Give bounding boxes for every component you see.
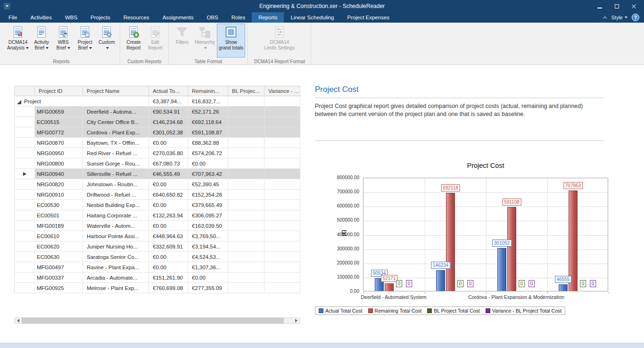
activity-brief-button[interactable]: ActivityBrief xyxy=(31,24,52,58)
table-row-ec00630[interactable]: EC00630Saratoga Senior Co...€0.00€4,524,… xyxy=(15,252,300,262)
actual-total-cost-cell: €90,534.91 xyxy=(149,107,188,116)
maximize-button[interactable] xyxy=(608,0,625,12)
content: Project IDProject NameActual To...Remain… xyxy=(0,65,644,343)
style-label: Style xyxy=(611,15,623,20)
tab-linear-scheduling[interactable]: Linear Scheduling xyxy=(284,12,340,23)
custom-button[interactable]: Custom xyxy=(96,24,117,58)
scroll-right-icon xyxy=(295,319,297,323)
tab-projects[interactable]: Projects xyxy=(84,12,117,23)
actual-total-cost-cell: €132,263.94 xyxy=(149,210,188,220)
tab-roles[interactable]: Roles xyxy=(225,12,252,23)
bl-project-cost-cell xyxy=(228,179,264,189)
bar-value-label: 707963 xyxy=(563,182,583,189)
table-row-mfg00659[interactable]: MFG00659Deerfield - Automa...€90,534.91€… xyxy=(15,107,300,117)
chart-plot: 9053414623430105246555521716921185911087… xyxy=(363,178,608,291)
chart: Project Cost (€) 90534146234301052465555… xyxy=(329,156,614,303)
collapse-ribbon-icon[interactable] xyxy=(603,16,607,20)
table-row-nrg00950[interactable]: NRG00950Red River - Refuel ...€270,036.8… xyxy=(15,148,300,158)
create-report-button[interactable]: CreateReport xyxy=(123,24,144,58)
ribbon-group-label: Reports xyxy=(3,59,120,64)
tab-assignments[interactable]: Assignments xyxy=(156,12,200,23)
hierarchy-icon xyxy=(198,25,212,39)
table-row-nrg00820[interactable]: NRG00820Johnstown - Routin...€0.00€52,39… xyxy=(15,179,300,190)
table-row-mfg00772[interactable]: MFG00772Cordova - Plant Exp...€301,052.3… xyxy=(15,127,300,138)
style-dropdown[interactable]: Style xyxy=(611,15,627,20)
dcma14-analysis-button[interactable]: DCMA14Analysis xyxy=(5,24,31,58)
project-id-cell: EC00610 xyxy=(35,231,83,241)
table-row-ec00501[interactable]: EC00501Haitang Corporate ...€132,263.94€… xyxy=(15,210,300,221)
bl-project-cost-cell xyxy=(228,127,264,137)
actual-total-cost-cell: €0.00 xyxy=(149,262,188,272)
group-cell: Project xyxy=(15,96,149,106)
tab-reports[interactable]: Reports xyxy=(252,12,284,23)
project-name-cell: Red River - Refuel ... xyxy=(83,148,149,158)
scroll-right-button[interactable] xyxy=(293,318,300,323)
scroll-left-button[interactable] xyxy=(15,318,22,323)
table-row-mfg00337[interactable]: MFG00337Arcadia - Automate...€151,261.90… xyxy=(15,273,300,283)
table-row-nrg00800[interactable]: NRG00800Sunset Gorge - Rou...€67,080.73€… xyxy=(15,158,300,169)
remaining-total-cost-cell: €1,307,36... xyxy=(188,262,228,272)
actual-total-cost-cell: €46,555.49 xyxy=(149,169,188,179)
table-row-mfg00497[interactable]: MFG00497Ravine - Plant Expa...€0.00€1,30… xyxy=(15,262,300,273)
y-axis-label: 800000.00 xyxy=(329,175,359,180)
table-row-ec00530[interactable]: EC00530Nesbid Building Exp...€0.00€379,6… xyxy=(15,200,300,210)
tab-obs[interactable]: OBS xyxy=(200,12,224,23)
project-name-cell: Haitang Corporate ... xyxy=(83,210,149,220)
expand-collapse-icon[interactable] xyxy=(17,100,21,104)
variance-cell xyxy=(264,273,300,282)
project-id-cell: NRG00910 xyxy=(35,190,83,199)
remaining-total-cost-cell: €52,390.45 xyxy=(188,179,228,189)
row-gutter xyxy=(15,210,35,220)
show-grand-totals-button[interactable]: Showgrand totals xyxy=(217,24,245,58)
create-report-icon xyxy=(127,25,140,39)
table-row-nrg00870[interactable]: NRG00870Baytown, TX - Offlin...€0.00€88,… xyxy=(15,138,300,148)
scroll-left-icon xyxy=(17,319,19,323)
column-header-project-id[interactable]: Project ID xyxy=(35,86,83,96)
group-row-project[interactable]: Project€3,387,94...€16,832,7... xyxy=(15,96,300,107)
project-name-cell: Baytown, TX - Offlin... xyxy=(83,138,149,148)
chart-title: Project Cost xyxy=(363,162,608,169)
actual-total-cost-cell: €640,650.82 xyxy=(149,190,188,199)
legend-color-swatch xyxy=(427,308,432,313)
legend-color-swatch xyxy=(368,308,373,313)
row-gutter xyxy=(15,221,35,231)
column-header-actual-to[interactable]: Actual To... xyxy=(149,86,188,96)
tab-wbs[interactable]: WBS xyxy=(58,12,84,23)
help-button[interactable]: ? xyxy=(632,14,639,21)
project-brief-button[interactable]: ProjectBrief xyxy=(74,24,96,58)
table-row-mfg00189[interactable]: MFG00189Waterville - Autom...€0.00€163,0… xyxy=(15,221,300,231)
chart-group-separator xyxy=(425,178,425,291)
scrollbar-thumb[interactable] xyxy=(22,318,284,323)
table-row-nrg00910[interactable]: NRG00910Driftwood - Refuel ...€640,650.8… xyxy=(15,190,300,200)
horizontal-scrollbar[interactable] xyxy=(14,317,300,324)
tab-resources[interactable]: Resources xyxy=(117,12,156,23)
bar-value-label: 0 xyxy=(519,280,525,287)
tab-project-expenses[interactable]: Project Expenses xyxy=(341,12,396,23)
minimize-button[interactable] xyxy=(591,0,608,12)
tab-file[interactable]: File xyxy=(2,12,24,23)
bar-value-label: 0 xyxy=(528,280,535,287)
table-row-ec00515[interactable]: EC00515City Center Office B...€146,234.6… xyxy=(15,117,300,127)
bl-project-cost-cell xyxy=(228,262,264,272)
grid-header-row: Project IDProject NameActual To...Remain… xyxy=(15,86,300,96)
column-header-variance[interactable]: Variance - ... xyxy=(264,86,300,96)
close-button[interactable] xyxy=(625,0,642,12)
y-axis-label: 0.00 xyxy=(329,289,359,294)
remaining-total-cost-cell: €0.00 xyxy=(188,273,228,282)
wbs-brief-button[interactable]: WBSBrief xyxy=(52,24,74,58)
bar-remaining-total-cost xyxy=(385,283,394,291)
table-row-ec00620[interactable]: EC00620Juniper Nursing Ho...€332,609.91€… xyxy=(15,241,300,252)
tab-activities[interactable]: Activities xyxy=(24,12,58,23)
maximize-icon xyxy=(615,4,619,8)
column-header-bl-projec[interactable]: BL Projec... xyxy=(228,86,264,96)
project-id-cell: NRG00800 xyxy=(35,158,83,168)
bl-project-cost-cell xyxy=(228,210,264,220)
row-gutter xyxy=(15,107,35,116)
column-header-project-name[interactable]: Project Name xyxy=(83,86,149,96)
table-row-nrg00940[interactable]: NRG00940Sillersville - Refuel ...€46,555… xyxy=(15,169,300,179)
table-row-ec00610[interactable]: EC00610Harbour Pointe Assi...€448,964.63… xyxy=(15,231,300,241)
table-row-mfg00925[interactable]: MFG00925Melrose - Plant Exp...€760,699.0… xyxy=(15,283,300,293)
bl-project-cost-cell xyxy=(228,190,264,199)
column-header-remainin[interactable]: Remainin... xyxy=(188,86,228,96)
scrollbar-track[interactable] xyxy=(22,318,293,323)
